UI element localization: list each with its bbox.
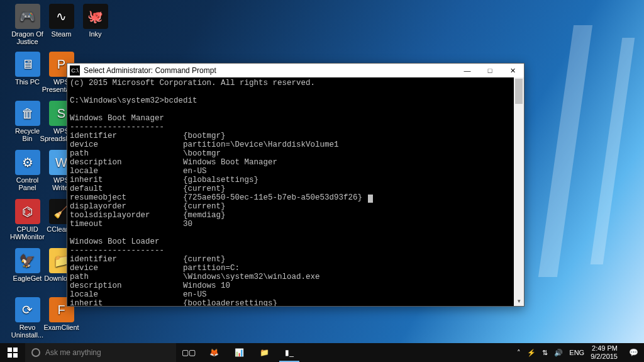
taskbar-firefox-icon[interactable]: 🦊 — [201, 343, 226, 362]
recycle-icon: 🗑 — [15, 101, 40, 126]
cmd-window[interactable]: C:\ Select Administrator: Command Prompt… — [67, 63, 525, 307]
cmd-title: Select Administrator: Command Prompt — [84, 66, 216, 75]
desktop-icon-label: This PC — [15, 78, 40, 86]
cpanel-icon: ⚙ — [15, 150, 40, 175]
desktop-icon-label: EagleGet — [13, 274, 42, 282]
desktop-icon-label: Inky — [89, 30, 101, 38]
clock-date: 9/2/2015 — [591, 353, 618, 361]
tray-chevron-icon[interactable]: ˄ — [517, 349, 521, 357]
svg-rect-1 — [13, 348, 18, 352]
eagleget-icon: 🦅 — [15, 248, 40, 273]
steam-icon: ∿ — [49, 4, 74, 29]
dragon-icon: 🎮 — [15, 4, 40, 29]
desktop-icon-revo[interactable]: ⟳Revo Uninstall... — [10, 297, 45, 339]
svg-rect-2 — [8, 353, 12, 358]
taskbar-cmd-icon[interactable]: ▮_ — [277, 343, 302, 362]
search-input[interactable]: Ask me anything — [25, 343, 176, 362]
revo-icon: ⟳ — [15, 297, 40, 322]
thispc-icon: 🖥 — [15, 52, 40, 77]
terminal-cursor — [368, 195, 373, 203]
desktop-icon-label: CPUID HWMonitor — [10, 225, 45, 240]
desktop-icon-thispc[interactable]: 🖥This PC — [10, 52, 45, 86]
start-button[interactable] — [0, 343, 25, 362]
tray-network-icon[interactable]: ⇅ — [542, 349, 548, 357]
desktop-icon-label: Revo Uninstall... — [11, 324, 43, 339]
cmd-icon: C:\ — [70, 65, 80, 76]
taskbar-taskview-icon[interactable]: ▢▢ — [176, 343, 201, 362]
close-button[interactable]: ✕ — [501, 64, 524, 77]
search-placeholder: Ask me anything — [45, 348, 101, 357]
desktop-icon-dragon[interactable]: 🎮Dragon Of Justice — [10, 4, 45, 45]
taskbar: Ask me anything ▢▢🦊📊📁▮_ ˄ ⚡ ⇅ 🔊 ENG 2:49… — [0, 343, 644, 362]
cpuid-icon: ⌬ — [15, 199, 40, 224]
windows-logo-icon — [8, 348, 18, 358]
cmd-titlebar[interactable]: C:\ Select Administrator: Command Prompt… — [67, 64, 524, 77]
desktop-icon-label: Dragon Of Justice — [11, 30, 43, 45]
notification-icon: 💬 — [629, 348, 638, 357]
taskbar-clock[interactable]: 2:49 PM 9/2/2015 — [588, 343, 623, 362]
scroll-thumb[interactable] — [515, 79, 523, 104]
system-tray: ˄ ⚡ ⇅ 🔊 ENG — [513, 343, 588, 362]
desktop-icon-label: Control Panel — [16, 176, 38, 191]
tray-volume-icon[interactable]: 🔊 — [554, 349, 563, 357]
desktop-icon-label: ExamClient — [43, 324, 79, 331]
desktop-icon-cpuid[interactable]: ⌬CPUID HWMonitor — [10, 199, 45, 240]
cmd-terminal[interactable]: (c) 2015 Microsoft Corporation. All righ… — [67, 77, 524, 306]
svg-rect-3 — [13, 353, 18, 358]
taskbar-explorer-icon[interactable]: 📁 — [252, 343, 277, 362]
scroll-down-arrow[interactable]: ▾ — [514, 296, 524, 306]
minimize-button[interactable]: ― — [456, 64, 479, 77]
desktop-icon-inky[interactable]: 🐙Inky — [78, 4, 113, 38]
tray-power-icon[interactable]: ⚡ — [527, 349, 536, 357]
inky-icon: 🐙 — [83, 4, 108, 29]
action-center-button[interactable]: 💬 — [623, 343, 644, 362]
clock-time: 2:49 PM — [591, 344, 618, 353]
desktop-icon-steam[interactable]: ∿Steam — [44, 4, 79, 38]
task-icons: ▢▢🦊📊📁▮_ — [176, 343, 302, 362]
desktop-icon-cpanel[interactable]: ⚙Control Panel — [10, 150, 45, 191]
maximize-button[interactable]: □ — [479, 64, 501, 77]
desktop-icon-label: Steam — [52, 30, 72, 38]
scrollbar[interactable]: ▴ ▾ — [514, 77, 524, 306]
tray-language[interactable]: ENG — [569, 349, 584, 356]
cortana-icon — [31, 348, 40, 357]
taskbar-wps-icon[interactable]: 📊 — [226, 343, 252, 362]
desktop-icon-eagleget[interactable]: 🦅EagleGet — [10, 248, 45, 282]
svg-rect-0 — [8, 348, 12, 352]
